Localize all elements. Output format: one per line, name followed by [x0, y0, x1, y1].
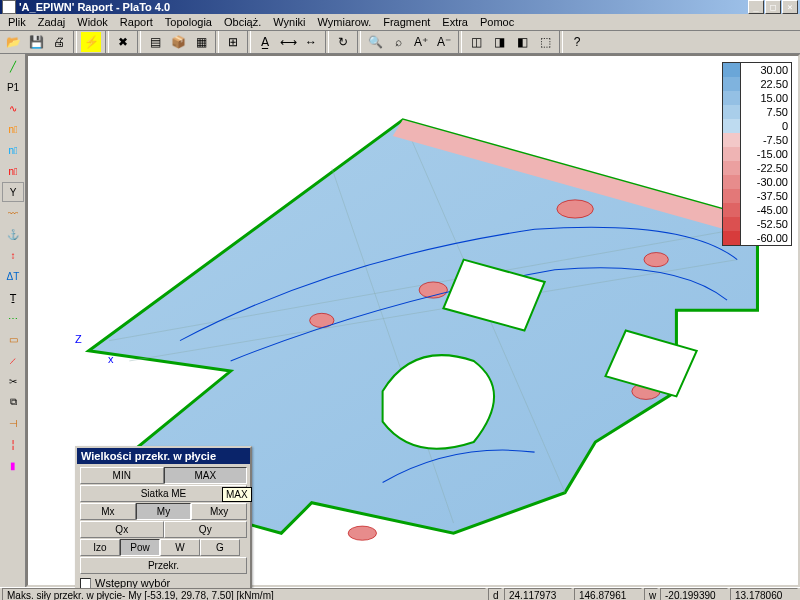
- menu-extra[interactable]: Extra: [436, 14, 474, 30]
- anchor-icon[interactable]: ⚓: [2, 224, 24, 244]
- toolbar: 📂 💾 🖨 ⚡ ✖ ▤ 📦 ▦ ⊞ A̲ ⟷ ↔ ↻ 🔍 ⌕ A⁺ A⁻ ◫ ◨…: [0, 31, 800, 54]
- scissors-icon[interactable]: ✂: [2, 371, 24, 391]
- w-button[interactable]: W: [160, 539, 200, 556]
- line-tool-icon[interactable]: ╱: [2, 56, 24, 76]
- text-icon[interactable]: Ṯ: [2, 287, 24, 307]
- menu-topologia[interactable]: Topologia: [159, 14, 218, 30]
- max-tooltip: MAX: [222, 487, 252, 502]
- statusbar: Maks. siły przekr. w płycie- My [-53.19,…: [0, 587, 800, 600]
- legend-label: -7.50: [741, 134, 791, 146]
- dim-c-icon[interactable]: ↔: [300, 31, 322, 53]
- menu-wymiarow[interactable]: Wymiarow.: [312, 14, 378, 30]
- toolbar-sep: [458, 31, 462, 53]
- menu-widok[interactable]: Widok: [71, 14, 114, 30]
- dashed-icon[interactable]: ⋯: [2, 308, 24, 328]
- results-panel[interactable]: Wielkości przekr. w płycie MIN MAX Siatk…: [75, 446, 252, 594]
- menu-fragment[interactable]: Fragment: [377, 14, 436, 30]
- legend-label: 22.50: [741, 78, 791, 90]
- status-d-label: d: [488, 588, 502, 600]
- mx-button[interactable]: Mx: [80, 503, 136, 520]
- spline-icon[interactable]: 〰: [2, 203, 24, 223]
- app-icon: [2, 0, 16, 14]
- text-minus-icon[interactable]: A⁻: [433, 31, 455, 53]
- menu-zadaj[interactable]: Zadaj: [32, 14, 72, 30]
- status-w-label: w: [644, 588, 658, 600]
- delete-icon[interactable]: ✖: [112, 31, 134, 53]
- legend-label: -37.50: [741, 190, 791, 202]
- my-button[interactable]: My: [136, 503, 192, 520]
- maximize-button[interactable]: □: [765, 0, 781, 14]
- p1-tool-icon[interactable]: P1: [2, 77, 24, 97]
- polyline-n-icon[interactable]: nͫ: [2, 119, 24, 139]
- svg-point-9: [348, 526, 376, 540]
- legend-label: 30.00: [741, 64, 791, 76]
- view-side-icon[interactable]: ◧: [511, 31, 533, 53]
- toolbar-sep: [559, 31, 563, 53]
- svg-point-7: [557, 200, 593, 218]
- mxy-button[interactable]: Mxy: [191, 503, 247, 520]
- box-icon[interactable]: 📦: [167, 31, 189, 53]
- zoom-icon[interactable]: 🔍: [364, 31, 386, 53]
- pipe-icon[interactable]: ¦: [2, 434, 24, 454]
- status-y: 146.87961: [574, 588, 642, 600]
- pow-button[interactable]: Pow: [120, 539, 160, 556]
- qx-button[interactable]: Qx: [80, 521, 164, 538]
- help-icon[interactable]: ?: [566, 31, 588, 53]
- min-button[interactable]: MIN: [80, 467, 164, 484]
- dim-b-icon[interactable]: ⟷: [277, 31, 299, 53]
- open-icon[interactable]: 📂: [2, 31, 24, 53]
- dim-t-icon[interactable]: ΔT: [2, 266, 24, 286]
- highlight-icon[interactable]: ⚡: [80, 31, 102, 53]
- refresh-icon[interactable]: ↻: [332, 31, 354, 53]
- menu-plik[interactable]: Plik: [2, 14, 32, 30]
- qy-button[interactable]: Qy: [164, 521, 248, 538]
- view-cube-icon[interactable]: ⬚: [534, 31, 556, 53]
- save-icon[interactable]: 💾: [25, 31, 47, 53]
- toolbar-sep: [357, 31, 361, 53]
- rect-icon[interactable]: ▭: [2, 329, 24, 349]
- menu-raport[interactable]: Raport: [114, 14, 159, 30]
- combine-icon[interactable]: ⧉: [2, 392, 24, 412]
- menu-obciaz[interactable]: Obciąż.: [218, 14, 267, 30]
- print-icon[interactable]: 🖨: [48, 31, 70, 53]
- legend-label: -52.50: [741, 218, 791, 230]
- polyline-y-icon[interactable]: nͫ: [2, 161, 24, 181]
- izo-button[interactable]: Izo: [80, 539, 120, 556]
- max-button[interactable]: MAX: [164, 467, 248, 484]
- status-x: 24.117973: [504, 588, 572, 600]
- minimize-button[interactable]: _: [748, 0, 764, 14]
- window-title: 'A_EPIWN' Raport - PlaTo 4.0: [19, 1, 748, 13]
- toolbar-sep: [215, 31, 219, 53]
- menu-pomoc[interactable]: Pomoc: [474, 14, 520, 30]
- polyline-r-icon[interactable]: ∿: [2, 98, 24, 118]
- dim-a-icon[interactable]: A̲: [254, 31, 276, 53]
- panel-title[interactable]: Wielkości przekr. w płycie: [77, 448, 250, 464]
- axis-z-label: Z: [75, 333, 82, 345]
- text-plus-icon[interactable]: A⁺: [410, 31, 432, 53]
- legend-label: -15.00: [741, 148, 791, 160]
- end-icon[interactable]: ⊣: [2, 413, 24, 433]
- move-icon[interactable]: ↕: [2, 245, 24, 265]
- toolbar-sep: [105, 31, 109, 53]
- layers-icon[interactable]: ▤: [144, 31, 166, 53]
- g-button[interactable]: G: [200, 539, 240, 556]
- toolbar-sep: [137, 31, 141, 53]
- mesh-icon[interactable]: ▦: [190, 31, 212, 53]
- view-iso-icon[interactable]: ◫: [465, 31, 487, 53]
- svg-point-8: [644, 253, 668, 267]
- cut-icon[interactable]: ⟋: [2, 350, 24, 370]
- zoom-window-icon[interactable]: ⌕: [387, 31, 409, 53]
- grid-icon[interactable]: ⊞: [222, 31, 244, 53]
- titlebar: 'A_EPIWN' Raport - PlaTo 4.0 _ □ ×: [0, 0, 800, 14]
- view-top-icon[interactable]: ◨: [488, 31, 510, 53]
- close-button[interactable]: ×: [782, 0, 798, 14]
- legend-label: -22.50: [741, 162, 791, 174]
- polyline-n2-icon[interactable]: nͫ: [2, 140, 24, 160]
- y-box-icon[interactable]: Y: [2, 182, 24, 202]
- status-wx: -20.199390: [660, 588, 728, 600]
- legend-label: -45.00: [741, 204, 791, 216]
- przekr-button[interactable]: Przekr.: [80, 557, 247, 574]
- left-toolbar: ╱ P1 ∿ nͫ nͫ nͫ Y 〰 ⚓ ↕ ΔT Ṯ ⋯ ▭ ⟋ ✂ ⧉ ⊣…: [0, 54, 26, 587]
- menu-wyniki[interactable]: Wyniki: [267, 14, 311, 30]
- marker-icon[interactable]: ▮: [2, 455, 24, 475]
